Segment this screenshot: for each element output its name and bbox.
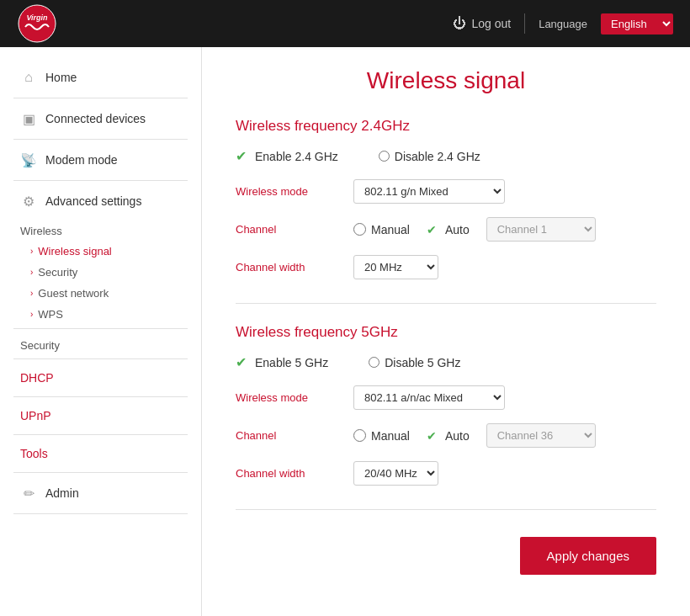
section-5ghz: Wireless frequency 5GHz ✔ Enable 5 GHz D… <box>236 324 656 486</box>
header-right: ⏻ Log out Language English Français Deut… <box>453 13 673 35</box>
sidebar-item-admin[interactable]: ✏ Admin <box>0 476 201 510</box>
sidebar-wireless-signal-label: Wireless signal <box>38 245 111 258</box>
channel-manual-5ghz-label: Manual <box>371 429 410 443</box>
disable-5ghz-label: Disable 5 GHz <box>385 356 460 369</box>
sidebar-divider-6 <box>13 396 188 397</box>
chevron-right-icon: › <box>30 247 33 256</box>
sidebar-item-home[interactable]: ⌂ Home <box>0 61 201 94</box>
wireless-mode-24ghz-select[interactable]: 802.11 g/n Mixed 802.11 b/g/n Mixed 802.… <box>353 179 505 204</box>
main-content: Wireless signal Wireless frequency 2.4GH… <box>202 47 690 616</box>
channel-width-24ghz-select[interactable]: 20 MHz 40 MHz 20/40 MHz <box>353 255 438 279</box>
channel-width-24ghz-row: Channel width 20 MHz 40 MHz 20/40 MHz <box>236 255 656 279</box>
channel-24ghz-select[interactable]: Channel 1 Channel 2 Channel 3 <box>486 217 596 242</box>
channel-5ghz-controls: Manual ✔ Auto Channel 36 Channel 40 Chan… <box>353 423 656 448</box>
sidebar-item-modem-mode[interactable]: 📡 Modem mode <box>0 143 201 177</box>
logo-area: Virgin <box>17 3 57 44</box>
wireless-mode-24ghz-label: Wireless mode <box>236 185 353 198</box>
enable-24ghz-option[interactable]: ✔ Enable 2.4 GHz <box>236 148 338 164</box>
sidebar-item-dhcp[interactable]: DHCP <box>0 363 201 393</box>
sidebar-divider-2 <box>13 139 188 140</box>
sidebar-wireless-section: Wireless <box>0 218 201 241</box>
chevron-right-icon-3: › <box>30 289 33 298</box>
wireless-mode-5ghz-row: Wireless mode 802.11 a/n/ac Mixed 802.11… <box>236 385 656 410</box>
sidebar-sub-security[interactable]: › Security <box>0 262 201 283</box>
sidebar-tools-label: Tools <box>20 447 48 460</box>
sidebar-connected-devices-label: Connected devices <box>45 112 146 125</box>
disable-5ghz-option[interactable]: Disable 5 GHz <box>369 356 460 369</box>
channel-manual-24ghz-label: Manual <box>371 223 410 236</box>
devices-icon: ▣ <box>20 110 37 127</box>
channel-24ghz-label: Channel <box>236 223 353 236</box>
sidebar-item-upnp[interactable]: UPnP <box>0 401 201 431</box>
sidebar-sub-wps[interactable]: › WPS <box>0 304 201 325</box>
channel-auto-5ghz-label: Auto <box>445 429 470 443</box>
logo-icon: Virgin <box>17 3 57 44</box>
disable-24ghz-label: Disable 2.4 GHz <box>395 150 480 163</box>
sidebar-upnp-label: UPnP <box>20 409 51 422</box>
logout-label: Log out <box>471 17 511 30</box>
enable-5ghz-label: Enable 5 GHz <box>255 356 328 369</box>
channel-width-5ghz-controls: 20/40 MHz 20 MHz 40 MHz 80 MHz <box>353 461 656 486</box>
header-divider <box>524 13 525 34</box>
sidebar-guest-network-label: Guest network <box>38 287 109 300</box>
sidebar-divider-3 <box>13 180 188 181</box>
logout-button[interactable]: ⏻ Log out <box>453 16 511 31</box>
sidebar-wps-label: WPS <box>38 308 63 321</box>
sidebar-item-connected-devices[interactable]: ▣ Connected devices <box>0 102 201 135</box>
chevron-right-icon-4: › <box>30 310 33 319</box>
wireless-mode-24ghz-row: Wireless mode 802.11 g/n Mixed 802.11 b/… <box>236 179 656 204</box>
disable-24ghz-option[interactable]: Disable 2.4 GHz <box>379 150 480 163</box>
channel-5ghz-label: Channel <box>236 429 353 442</box>
section-5ghz-title: Wireless frequency 5GHz <box>236 324 656 341</box>
language-select[interactable]: English Français Deutsch <box>601 13 673 35</box>
enable-5ghz-row: ✔ Enable 5 GHz Disable 5 GHz <box>236 354 656 370</box>
wireless-mode-5ghz-select[interactable]: 802.11 a/n/ac Mixed 802.11 n Only 802.11… <box>353 385 505 410</box>
section-24ghz-title: Wireless frequency 2.4GHz <box>236 118 656 135</box>
channel-manual-24ghz-option[interactable]: Manual <box>353 223 410 236</box>
chevron-right-icon-2: › <box>30 268 33 277</box>
wireless-mode-24ghz-controls: 802.11 g/n Mixed 802.11 b/g/n Mixed 802.… <box>353 179 656 204</box>
section-divider <box>236 303 656 304</box>
channel-manual-5ghz-radio[interactable] <box>353 429 366 442</box>
sidebar-modem-mode-label: Modem mode <box>45 153 118 167</box>
sidebar-item-tools[interactable]: Tools <box>0 438 201 469</box>
sidebar-admin-label: Admin <box>45 486 79 500</box>
enable-24ghz-label: Enable 2.4 GHz <box>255 150 338 163</box>
sidebar-divider-7 <box>13 434 188 435</box>
channel-5ghz-row: Channel Manual ✔ Auto Channel 36 Channel… <box>236 423 656 448</box>
sidebar-security-section: Security <box>0 332 201 355</box>
channel-width-24ghz-controls: 20 MHz 40 MHz 20/40 MHz <box>353 255 656 279</box>
home-icon: ⌂ <box>20 69 37 86</box>
power-icon: ⏻ <box>453 16 466 31</box>
svg-text:Virgin: Virgin <box>26 13 48 22</box>
check-icon-24ghz: ✔ <box>236 148 247 164</box>
language-label: Language <box>539 18 587 30</box>
channel-width-5ghz-select[interactable]: 20/40 MHz 20 MHz 40 MHz 80 MHz <box>353 461 438 486</box>
sidebar-sub-guest-network[interactable]: › Guest network <box>0 283 201 304</box>
sidebar-divider-9 <box>13 513 188 514</box>
section-24ghz: Wireless frequency 2.4GHz ✔ Enable 2.4 G… <box>236 118 656 279</box>
settings-icon: ⚙ <box>20 193 37 210</box>
enable-5ghz-option[interactable]: ✔ Enable 5 GHz <box>236 354 328 370</box>
header: Virgin ⏻ Log out Language English França… <box>0 0 690 47</box>
sidebar-item-advanced-settings[interactable]: ⚙ Advanced settings <box>0 184 201 218</box>
channel-auto-24ghz-option[interactable]: ✔ Auto <box>427 223 470 236</box>
channel-5ghz-select[interactable]: Channel 36 Channel 40 Channel 44 Channel… <box>486 423 596 448</box>
channel-auto-5ghz-option[interactable]: ✔ Auto <box>427 429 470 443</box>
sidebar-home-label: Home <box>45 71 77 84</box>
svg-point-0 <box>19 5 56 42</box>
sidebar-sub-wireless-signal[interactable]: › Wireless signal <box>0 241 201 262</box>
apply-changes-button[interactable]: Apply changes <box>520 537 656 575</box>
check-icon-auto-24ghz: ✔ <box>427 223 437 236</box>
channel-manual-5ghz-option[interactable]: Manual <box>353 429 410 443</box>
sidebar-divider-1 <box>13 98 188 98</box>
disable-24ghz-radio[interactable] <box>379 151 390 162</box>
channel-manual-24ghz-radio[interactable] <box>353 223 366 236</box>
sidebar: ⌂ Home ▣ Connected devices 📡 Modem mode … <box>0 47 202 616</box>
wireless-mode-5ghz-label: Wireless mode <box>236 391 353 404</box>
disable-5ghz-radio[interactable] <box>369 357 380 368</box>
layout: ⌂ Home ▣ Connected devices 📡 Modem mode … <box>0 47 690 616</box>
sidebar-divider-5 <box>13 358 188 359</box>
modem-icon: 📡 <box>20 151 37 168</box>
sidebar-dhcp-label: DHCP <box>20 371 54 385</box>
